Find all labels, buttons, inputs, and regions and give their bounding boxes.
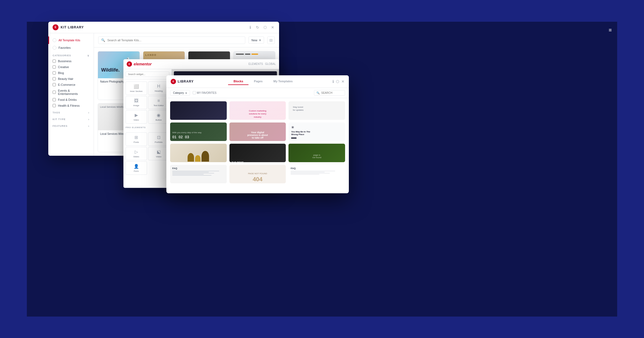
element-label: Inner Section	[130, 90, 142, 92]
category-ecommerce[interactable]: E-Commerce	[48, 82, 94, 88]
element-image[interactable]: 🖼 Image	[126, 96, 147, 109]
lib-card-green-404-thumb: page isnot found	[288, 144, 345, 162]
category-food-drinks[interactable]: Food & Drinks	[48, 97, 94, 103]
kit-sort-select[interactable]: New ∨	[248, 36, 264, 44]
editor-header-right: ELEMENTS GLOBAL	[248, 62, 276, 65]
lib-card-steps[interactable]: With you every step of the way 01 02 03	[170, 122, 227, 141]
category-creative[interactable]: Creative	[48, 64, 94, 70]
lib-card-stay-tuned2[interactable]: Stay tunedfor updates	[288, 101, 345, 120]
editor-search	[123, 69, 171, 79]
plant-1	[188, 153, 194, 162]
kit-type-chevron: ›	[88, 118, 89, 121]
category-blog-check[interactable]	[53, 71, 56, 75]
lib-card-sport[interactable]: THE BESTYOU CAN BE	[229, 144, 286, 162]
faq-line-4	[172, 174, 204, 174]
404-content: PAGE NOT FOUND 404	[248, 172, 267, 183]
category-ecommerce-check[interactable]	[53, 83, 56, 86]
faq-light-line-4	[291, 174, 319, 174]
category-events-check[interactable]	[53, 91, 56, 94]
hamburger-menu-icon[interactable]: ≡	[609, 27, 612, 33]
wrong-place-bar	[291, 138, 297, 139]
steps-numbers: 01 02 03	[172, 135, 225, 139]
search-icon: 🔍	[101, 38, 105, 42]
sidebar-item-favorites[interactable]: Favorites	[48, 44, 94, 51]
element-label: Portfolio	[155, 141, 163, 143]
kit-library-title: KIT LIBRARY	[61, 25, 84, 29]
lib-search-input[interactable]	[321, 91, 343, 94]
slides-icon: ▷	[135, 149, 138, 154]
jewelry-text: LANDO	[143, 51, 185, 58]
faq-light-lines	[291, 171, 343, 174]
lib-card-404-white[interactable]: PAGE NOT FOUND 404	[229, 165, 286, 183]
lib-card-digital[interactable]: Your digitalpresence is aboutto take off	[229, 122, 286, 141]
features-section: FEATURES ›	[48, 122, 94, 129]
kit-search-wrap[interactable]: 🔍	[98, 36, 245, 44]
lib-search[interactable]: 🔍	[314, 90, 345, 96]
category-bussiness[interactable]: Bussiness	[48, 58, 94, 64]
wrong-place-text: You May Be In TheWrong Place	[291, 131, 310, 136]
sort-label: New	[251, 39, 257, 42]
close-icon[interactable]: ✕	[270, 25, 275, 29]
category-blog[interactable]: Blog	[48, 70, 94, 76]
category-food-check[interactable]	[53, 98, 56, 101]
sort-chevron: ∨	[259, 38, 261, 42]
lib-favorites-toggle[interactable]: MY FAVORITES	[193, 91, 217, 94]
category-health-fitness[interactable]: Health & Fitness	[48, 103, 94, 109]
lib-card-stay-tuned[interactable]: STAY TUNED ✦ Insert	[170, 101, 227, 120]
lib-card-faq-light[interactable]: FAQ	[288, 165, 345, 183]
library-tab-pages[interactable]: Pages	[248, 78, 268, 85]
editor-panel: ⬜ Inner Section H Heading 🖼 Image ≡ Text…	[123, 69, 172, 187]
library-tabs: Blocks Pages My Templates	[197, 78, 329, 85]
kit-sidebar: All Template Kits Favorites CATEGORIES ∨…	[48, 33, 94, 156]
image-icon: 🖼	[134, 98, 138, 103]
portfolio-icon: ⊡	[157, 135, 160, 140]
title-left: E KIT LIBRARY	[53, 24, 84, 30]
faq-line-3	[172, 173, 214, 173]
element-posts[interactable]: ⊞ Posts	[126, 132, 147, 146]
category-bussiness-check[interactable]	[53, 60, 56, 63]
library-tab-my-templates[interactable]: My Templates	[268, 78, 298, 85]
library-header-right: ℹ ⬡ ✕	[332, 79, 345, 84]
external-link-icon[interactable]: ⬡	[263, 25, 267, 29]
faq-light-line-2	[291, 172, 325, 172]
lib-card-custom-marketing[interactable]: Custom marketingsolutions for everyindus…	[229, 101, 286, 120]
info-icon[interactable]: ℹ	[248, 25, 252, 29]
library-tab-blocks[interactable]: Blocks	[228, 78, 248, 85]
category-events[interactable]: Events & Entertainments	[48, 88, 94, 97]
lib-card-green-404[interactable]: page isnot found	[288, 144, 345, 162]
step-1: 01	[172, 135, 177, 139]
category-health-check[interactable]	[53, 104, 56, 107]
element-form[interactable]: 👤 Form	[126, 161, 147, 175]
steps-label: With you every step of the way	[172, 131, 225, 134]
lib-card-marketing-thumb: Custom marketingsolutions for everyindus…	[229, 101, 286, 120]
element-label: Heading	[155, 90, 163, 92]
element-slides[interactable]: ▷ Slides	[126, 147, 147, 160]
lib-card-404-white-thumb: PAGE NOT FOUND 404	[229, 165, 286, 183]
refresh-icon[interactable]: ↻	[255, 25, 260, 29]
lib-card-plants[interactable]	[170, 144, 227, 162]
lib-category-select[interactable]: Category ∨	[170, 90, 190, 96]
element-label: Form	[134, 170, 139, 172]
categories-section: CATEGORIES ∨	[48, 51, 94, 58]
lib-card-faq-dark[interactable]: FAQ	[170, 165, 227, 183]
lib-maximize-icon[interactable]: ⬡	[336, 79, 339, 84]
category-beauty-hair[interactable]: Beauty Hair	[48, 76, 94, 82]
category-creative-check[interactable]	[53, 65, 56, 69]
lib-card-wrong-place[interactable]: ✳ You May Be In TheWrong Place	[288, 122, 345, 141]
pro-elements-label: PRO ELEMENTS	[123, 125, 171, 130]
element-inner-section[interactable]: ⬜ Inner Section	[126, 81, 147, 95]
tags-chevron: ›	[88, 111, 89, 114]
wildlife-text: Wildlife.	[101, 67, 120, 73]
editor-search-input[interactable]	[126, 72, 169, 77]
titlebar-controls: ℹ ↻ ⬡ ✕	[248, 25, 275, 29]
category-beauty-hair-check[interactable]	[53, 77, 56, 80]
page-not-found-text: page isnot found	[312, 154, 321, 159]
stay-tuned2-content: Stay tunedfor updates	[291, 103, 343, 114]
kit-search-input[interactable]	[107, 39, 242, 42]
sidebar-item-all-templates[interactable]: All Template Kits	[48, 36, 94, 44]
element-video[interactable]: ▶ Video	[126, 110, 147, 124]
elementor-wordmark: elementor	[134, 62, 152, 66]
lib-info-icon[interactable]: ℹ	[332, 79, 334, 84]
lib-close-icon[interactable]: ✕	[341, 79, 345, 84]
filter-icon[interactable]: ⊟	[267, 36, 275, 44]
